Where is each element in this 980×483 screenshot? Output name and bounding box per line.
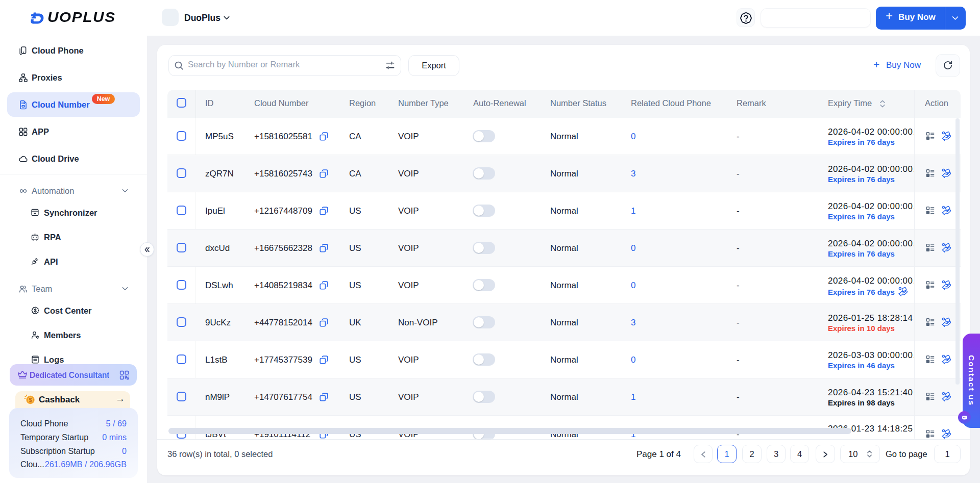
svg-text:$: $ [29, 397, 32, 403]
